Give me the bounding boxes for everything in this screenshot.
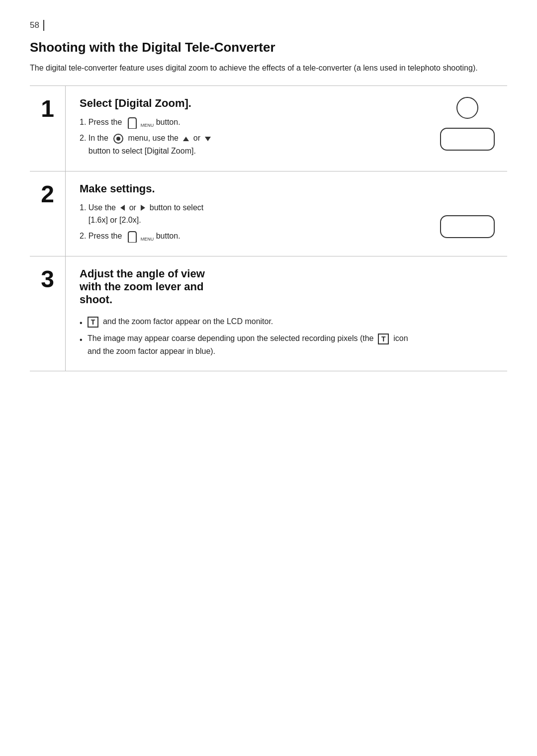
page: 58 Shooting with the Digital Tele-Conver… — [0, 0, 537, 756]
step-3-number: 3 — [41, 267, 54, 291]
bullet-dot-2: • — [80, 334, 88, 346]
arrow-right-icon-2 — [141, 205, 145, 211]
step-1-heading: Select [Digital Zoom]. — [80, 97, 414, 110]
step-2-row: 2 Make settings. 1. Use the or button to… — [30, 171, 507, 257]
page-number: 58 — [30, 20, 507, 31]
step-3-icons — [428, 256, 507, 371]
step-3-content: Adjust the angle of viewwith the zoom le… — [66, 256, 428, 371]
step-2-body: 1. Use the or button to select [1.6x] or… — [80, 201, 414, 246]
step-1-content: Select [Digital Zoom]. 1. Press the MENU… — [66, 86, 428, 171]
section-title: Shooting with the Digital Tele-Converter — [30, 40, 507, 55]
step-1-instruction-2: 2. In the menu, use the or button to se — [80, 132, 414, 157]
step-2-icons — [428, 171, 507, 256]
svg-point-1 — [116, 137, 120, 141]
oval-button-icon-1 — [456, 97, 478, 119]
step-2-heading: Make settings. — [80, 182, 414, 195]
arrow-left-icon-2 — [120, 205, 125, 211]
menu-button-icon-1 — [126, 117, 138, 129]
intro-text: The digital tele-converter feature uses … — [30, 62, 507, 75]
t-box-icon-2: T — [378, 334, 389, 344]
step-1-icons — [428, 86, 507, 171]
arrow-down-icon-1 — [205, 137, 211, 141]
camera-dot-icon-1 — [113, 133, 124, 144]
step-1-row: 1 Select [Digital Zoom]. 1. Press the ME… — [30, 86, 507, 171]
step-3-bullet-1: • T and the zoom factor appear on the LC… — [80, 315, 414, 330]
step-2-instruction-1: 1. Use the or button to select [1.6x] or… — [80, 201, 414, 227]
step-2-number: 2 — [41, 182, 54, 206]
t-box-icon-1: T — [88, 317, 98, 328]
step-3-bullet-2-text: The image may appear coarse depending up… — [88, 332, 414, 357]
step-1-number: 1 — [41, 97, 54, 121]
step-1-body: 1. Press the MENU button. 2. In the — [80, 116, 414, 160]
step-1-number-col: 1 — [30, 86, 66, 171]
step-3-heading: Adjust the angle of viewwith the zoom le… — [80, 267, 414, 306]
rect-button-icon-2 — [440, 215, 495, 238]
page-number-line — [43, 20, 44, 31]
rect-button-icon-1 — [440, 128, 495, 151]
step-3-number-col: 3 — [30, 256, 66, 371]
step-3-bullet-2: • The image may appear coarse depending … — [80, 332, 414, 357]
bullet-dot-1: • — [80, 317, 88, 330]
menu-button-icon-2 — [126, 231, 138, 243]
arrow-up-icon-1 — [183, 137, 189, 141]
step-3-bullet-1-text: T and the zoom factor appear on the LCD … — [88, 315, 273, 328]
step-3-body: • T and the zoom factor appear on the LC… — [80, 312, 414, 360]
step-2-number-col: 2 — [30, 171, 66, 256]
step-2-instruction-2: 2. Press the MENU button. — [80, 230, 414, 243]
step-1-instruction-1: 1. Press the MENU button. — [80, 116, 414, 129]
steps-container: 1 Select [Digital Zoom]. 1. Press the ME… — [30, 85, 507, 371]
step-2-content: Make settings. 1. Use the or button to s… — [66, 171, 428, 256]
step-3-row: 3 Adjust the angle of viewwith the zoom … — [30, 256, 507, 371]
